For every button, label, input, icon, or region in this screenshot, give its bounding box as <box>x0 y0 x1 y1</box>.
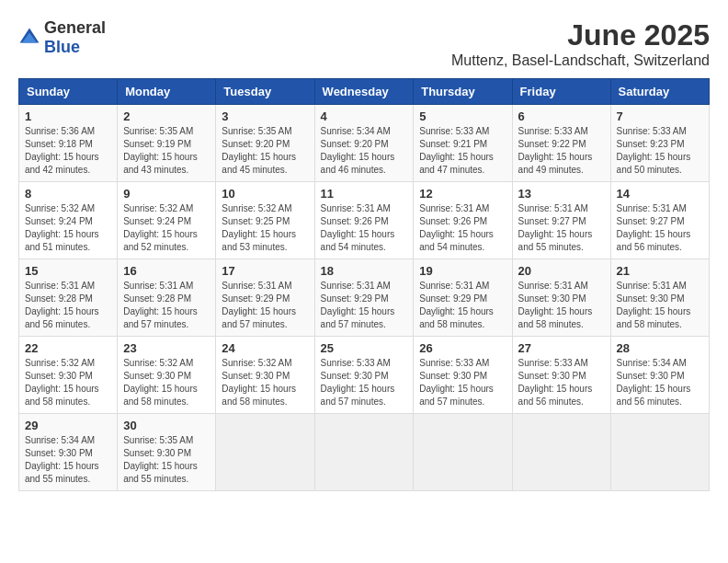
calendar-cell: 26 Sunrise: 5:33 AM Sunset: 9:30 PM Dayl… <box>414 337 512 414</box>
calendar-cell: 9 Sunrise: 5:32 AM Sunset: 9:24 PM Dayli… <box>118 182 216 259</box>
calendar-table: Sunday Monday Tuesday Wednesday Thursday… <box>18 78 710 491</box>
title-area: June 2025 Muttenz, Basel-Landschaft, Swi… <box>451 18 710 69</box>
day-number: 21 <box>617 264 703 278</box>
calendar-row: 29 Sunrise: 5:34 AM Sunset: 9:30 PM Dayl… <box>19 414 710 491</box>
cell-content: Sunrise: 5:35 AM Sunset: 9:20 PM Dayligh… <box>222 125 308 177</box>
cell-content: Sunrise: 5:31 AM Sunset: 9:28 PM Dayligh… <box>123 280 210 331</box>
calendar-cell: 19 Sunrise: 5:31 AM Sunset: 9:29 PM Dayl… <box>414 259 512 337</box>
day-number: 13 <box>518 187 605 201</box>
calendar-cell <box>414 414 512 491</box>
calendar-cell: 2 Sunrise: 5:35 AM Sunset: 9:19 PM Dayli… <box>118 105 216 182</box>
cell-content: Sunrise: 5:33 AM Sunset: 9:22 PM Dayligh… <box>518 125 605 177</box>
day-number: 27 <box>518 341 605 355</box>
header-friday: Friday <box>512 79 610 105</box>
calendar-cell: 28 Sunrise: 5:34 AM Sunset: 9:30 PM Dayl… <box>610 337 709 414</box>
day-number: 23 <box>123 341 210 355</box>
page-header: General Blue June 2025 Muttenz, Basel-La… <box>18 18 710 69</box>
day-number: 9 <box>123 187 210 201</box>
day-number: 19 <box>419 264 506 278</box>
cell-content: Sunrise: 5:31 AM Sunset: 9:28 PM Dayligh… <box>25 280 111 331</box>
calendar-header-row: Sunday Monday Tuesday Wednesday Thursday… <box>19 79 710 105</box>
day-number: 30 <box>123 419 210 432</box>
cell-content: Sunrise: 5:35 AM Sunset: 9:30 PM Dayligh… <box>123 434 210 486</box>
calendar-cell: 7 Sunrise: 5:33 AM Sunset: 9:23 PM Dayli… <box>610 105 709 182</box>
cell-content: Sunrise: 5:34 AM Sunset: 9:30 PM Dayligh… <box>617 357 703 408</box>
calendar-cell: 23 Sunrise: 5:32 AM Sunset: 9:30 PM Dayl… <box>118 337 216 414</box>
cell-content: Sunrise: 5:33 AM Sunset: 9:30 PM Dayligh… <box>321 357 408 408</box>
calendar-cell: 17 Sunrise: 5:31 AM Sunset: 9:29 PM Dayl… <box>216 259 314 337</box>
calendar-cell: 1 Sunrise: 5:36 AM Sunset: 9:18 PM Dayli… <box>19 105 118 182</box>
cell-content: Sunrise: 5:33 AM Sunset: 9:30 PM Dayligh… <box>518 357 605 408</box>
cell-content: Sunrise: 5:34 AM Sunset: 9:20 PM Dayligh… <box>321 125 408 177</box>
cell-content: Sunrise: 5:32 AM Sunset: 9:24 PM Dayligh… <box>25 202 111 254</box>
cell-content: Sunrise: 5:33 AM Sunset: 9:30 PM Dayligh… <box>419 357 506 408</box>
day-number: 14 <box>617 187 703 201</box>
calendar-row: 15 Sunrise: 5:31 AM Sunset: 9:28 PM Dayl… <box>19 259 710 337</box>
calendar-cell <box>216 414 314 491</box>
day-number: 26 <box>419 341 506 355</box>
day-number: 12 <box>419 187 506 201</box>
header-wednesday: Wednesday <box>314 79 414 105</box>
calendar-cell: 11 Sunrise: 5:31 AM Sunset: 9:26 PM Dayl… <box>314 182 414 259</box>
calendar-cell <box>512 414 610 491</box>
cell-content: Sunrise: 5:33 AM Sunset: 9:23 PM Dayligh… <box>617 125 703 177</box>
cell-content: Sunrise: 5:36 AM Sunset: 9:18 PM Dayligh… <box>25 125 111 177</box>
calendar-cell: 13 Sunrise: 5:31 AM Sunset: 9:27 PM Dayl… <box>512 182 610 259</box>
cell-content: Sunrise: 5:32 AM Sunset: 9:25 PM Dayligh… <box>222 202 308 254</box>
cell-content: Sunrise: 5:31 AM Sunset: 9:29 PM Dayligh… <box>419 280 506 331</box>
day-number: 20 <box>518 264 605 278</box>
calendar-cell: 30 Sunrise: 5:35 AM Sunset: 9:30 PM Dayl… <box>118 414 216 491</box>
cell-content: Sunrise: 5:32 AM Sunset: 9:30 PM Dayligh… <box>25 357 111 408</box>
calendar-row: 1 Sunrise: 5:36 AM Sunset: 9:18 PM Dayli… <box>19 105 710 182</box>
calendar-cell: 10 Sunrise: 5:32 AM Sunset: 9:25 PM Dayl… <box>216 182 314 259</box>
calendar-cell: 21 Sunrise: 5:31 AM Sunset: 9:30 PM Dayl… <box>610 259 709 337</box>
cell-content: Sunrise: 5:31 AM Sunset: 9:30 PM Dayligh… <box>617 280 703 331</box>
calendar-cell <box>314 414 414 491</box>
day-number: 28 <box>617 341 703 355</box>
calendar-row: 22 Sunrise: 5:32 AM Sunset: 9:30 PM Dayl… <box>19 337 710 414</box>
cell-content: Sunrise: 5:31 AM Sunset: 9:30 PM Dayligh… <box>518 280 605 331</box>
day-number: 15 <box>25 264 111 278</box>
cell-content: Sunrise: 5:32 AM Sunset: 9:30 PM Dayligh… <box>222 357 308 408</box>
logo-blue-text: Blue <box>44 38 80 56</box>
day-number: 11 <box>321 187 408 201</box>
cell-content: Sunrise: 5:31 AM Sunset: 9:27 PM Dayligh… <box>617 202 703 254</box>
calendar-cell: 14 Sunrise: 5:31 AM Sunset: 9:27 PM Dayl… <box>610 182 709 259</box>
day-number: 8 <box>25 187 111 201</box>
calendar-cell: 20 Sunrise: 5:31 AM Sunset: 9:30 PM Dayl… <box>512 259 610 337</box>
cell-content: Sunrise: 5:31 AM Sunset: 9:26 PM Dayligh… <box>419 202 506 254</box>
calendar-cell <box>610 414 709 491</box>
header-sunday: Sunday <box>19 79 118 105</box>
calendar-cell: 27 Sunrise: 5:33 AM Sunset: 9:30 PM Dayl… <box>512 337 610 414</box>
calendar-cell: 8 Sunrise: 5:32 AM Sunset: 9:24 PM Dayli… <box>19 182 118 259</box>
calendar-cell: 5 Sunrise: 5:33 AM Sunset: 9:21 PM Dayli… <box>414 105 512 182</box>
cell-content: Sunrise: 5:32 AM Sunset: 9:24 PM Dayligh… <box>123 202 210 254</box>
day-number: 1 <box>25 109 111 123</box>
cell-content: Sunrise: 5:33 AM Sunset: 9:21 PM Dayligh… <box>419 125 506 177</box>
cell-content: Sunrise: 5:35 AM Sunset: 9:19 PM Dayligh… <box>123 125 210 177</box>
cell-content: Sunrise: 5:31 AM Sunset: 9:26 PM Dayligh… <box>321 202 408 254</box>
day-number: 2 <box>123 109 210 123</box>
header-saturday: Saturday <box>610 79 709 105</box>
day-number: 5 <box>419 109 506 123</box>
logo-icon <box>18 27 40 49</box>
cell-content: Sunrise: 5:32 AM Sunset: 9:30 PM Dayligh… <box>123 357 210 408</box>
calendar-cell: 15 Sunrise: 5:31 AM Sunset: 9:28 PM Dayl… <box>19 259 118 337</box>
cell-content: Sunrise: 5:31 AM Sunset: 9:29 PM Dayligh… <box>321 280 408 331</box>
cell-content: Sunrise: 5:31 AM Sunset: 9:29 PM Dayligh… <box>222 280 308 331</box>
day-number: 16 <box>123 264 210 278</box>
cell-content: Sunrise: 5:31 AM Sunset: 9:27 PM Dayligh… <box>518 202 605 254</box>
cell-content: Sunrise: 5:34 AM Sunset: 9:30 PM Dayligh… <box>25 434 111 486</box>
header-thursday: Thursday <box>414 79 512 105</box>
day-number: 7 <box>617 109 703 123</box>
day-number: 18 <box>321 264 408 278</box>
calendar-cell: 4 Sunrise: 5:34 AM Sunset: 9:20 PM Dayli… <box>314 105 414 182</box>
calendar-cell: 3 Sunrise: 5:35 AM Sunset: 9:20 PM Dayli… <box>216 105 314 182</box>
calendar-cell: 12 Sunrise: 5:31 AM Sunset: 9:26 PM Dayl… <box>414 182 512 259</box>
calendar-cell: 16 Sunrise: 5:31 AM Sunset: 9:28 PM Dayl… <box>118 259 216 337</box>
calendar-cell: 29 Sunrise: 5:34 AM Sunset: 9:30 PM Dayl… <box>19 414 118 491</box>
day-number: 10 <box>222 187 308 201</box>
calendar-cell: 22 Sunrise: 5:32 AM Sunset: 9:30 PM Dayl… <box>19 337 118 414</box>
day-number: 25 <box>321 341 408 355</box>
day-number: 24 <box>222 341 308 355</box>
